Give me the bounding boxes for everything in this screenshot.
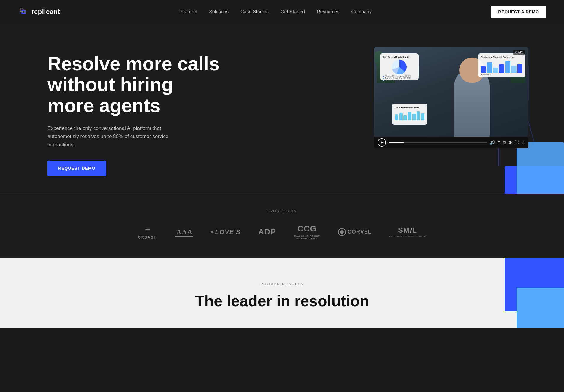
trusted-section: TRUSTED BY ≡ ORDASH AAA ♥ Love's ADP CCG…: [0, 194, 564, 258]
volume-icon[interactable]: 🔊: [490, 140, 495, 145]
svg-text:AAA: AAA: [176, 228, 193, 236]
nav-company[interactable]: Company: [351, 9, 371, 14]
video-player[interactable]: Call Types Ready for AI ● Charge Replace…: [374, 47, 528, 148]
settings-icon[interactable]: ⚙: [508, 140, 512, 145]
hero-section: Resolve more calls without hiring more a…: [0, 24, 564, 194]
logo-text: replicant: [31, 8, 60, 16]
hero-title: Resolve more calls without hiring more a…: [47, 53, 220, 116]
chart-card-customer-channel: Customer Channel Preference ■ Messaging: [478, 53, 525, 77]
video-inner: Call Types Ready for AI ● Charge Replace…: [374, 47, 528, 137]
corvel-icon: [338, 228, 346, 236]
nav-solutions[interactable]: Solutions: [209, 9, 229, 14]
nav-links: Platform Solutions Case Studies Get Star…: [180, 9, 372, 15]
video-progress-bar[interactable]: [389, 142, 487, 143]
video-thumbnail: Call Types Ready for AI ● Charge Replace…: [374, 47, 528, 137]
hero-subtitle: Experience the only conversational AI pl…: [47, 124, 184, 149]
svg-rect-6: [517, 142, 564, 194]
nav-case-studies[interactable]: Case Studies: [240, 9, 269, 14]
proven-title: The leader in resolution: [18, 292, 546, 310]
logo-loves: ♥ Love's: [210, 228, 241, 236]
logo-ordash: ≡ ORDASH: [138, 225, 157, 239]
logo-smil: SMIL SOUTHWEST MEDICAL IMAGING: [389, 226, 426, 238]
trusted-logos: ≡ ORDASH AAA ♥ Love's ADP CCG CAA CLUB G…: [18, 224, 546, 240]
replicant-logo-icon: [18, 7, 28, 17]
logo[interactable]: replicant: [18, 7, 60, 17]
logo-corvel: CORVEL: [338, 228, 372, 236]
hero-cta-button[interactable]: REQUEST DEMO: [47, 161, 106, 176]
fullscreen-icon[interactable]: ⛶: [515, 140, 519, 145]
subtitles-icon[interactable]: ⊡: [497, 140, 501, 145]
trusted-label: TRUSTED BY: [18, 209, 546, 213]
svg-point-13: [340, 230, 344, 234]
svg-rect-5: [505, 166, 564, 194]
play-button[interactable]: [378, 138, 386, 147]
aaa-logo-icon: AAA: [175, 227, 193, 237]
video-control-icons: 🔊 ⊡ ⧉ ⚙ ⛶ ⤢: [490, 140, 525, 145]
expand-icon[interactable]: ⤢: [521, 140, 525, 145]
chart-card-daily-resolution: Daily Resolution Rate: [392, 104, 427, 125]
video-progress-fill: [389, 142, 404, 143]
logo-adp: ADP: [258, 227, 276, 237]
pip-icon[interactable]: ⧉: [503, 140, 506, 145]
nav-request-demo-button[interactable]: REQUEST A DEMO: [491, 6, 546, 18]
chart-card-call-types: Call Types Ready for AI ● Charge Replace…: [380, 53, 419, 80]
video-controls-bar: 🔊 ⊡ ⧉ ⚙ ⛶ ⤢: [374, 137, 528, 148]
nav-platform[interactable]: Platform: [180, 9, 197, 14]
hero-video: Call Types Ready for AI ● Charge Replace…: [374, 47, 528, 148]
logo-ccg: CCG CAA CLUB GROUPOF COMPANIES: [294, 224, 320, 240]
proven-section: PROVEN RESULTS The leader in resolution: [0, 258, 564, 328]
main-nav: replicant Platform Solutions Case Studie…: [0, 0, 564, 24]
nav-get-started[interactable]: Get Started: [281, 9, 305, 14]
hero-content: Resolve more calls without hiring more a…: [47, 47, 220, 176]
proven-label: PROVEN RESULTS: [18, 282, 546, 286]
play-icon: [381, 141, 384, 144]
nav-resources[interactable]: Resources: [317, 9, 339, 14]
logo-aaa: AAA: [175, 227, 193, 237]
video-timestamp-badge: 03:42: [513, 50, 525, 55]
